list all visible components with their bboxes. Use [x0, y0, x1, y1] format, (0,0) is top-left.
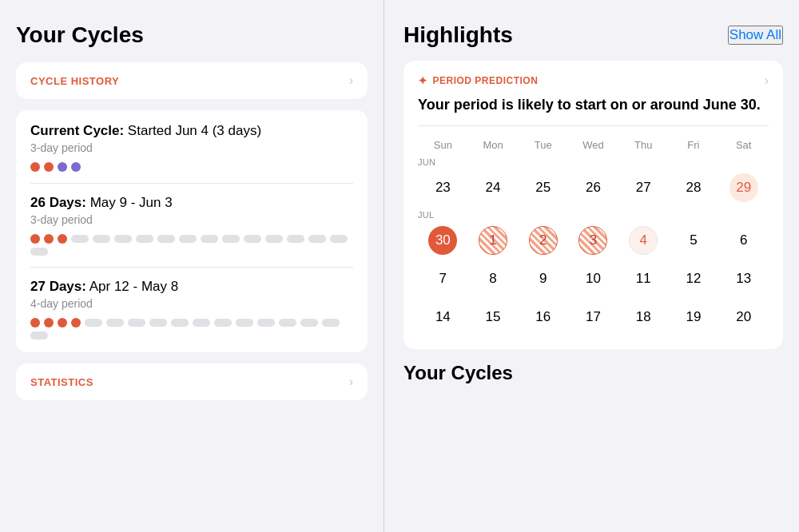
cal-cell-6[interactable]: 6 — [718, 221, 769, 260]
cal-cell-24[interactable]: 24 — [468, 169, 519, 207]
cal-month-jul: JUL — [418, 207, 769, 221]
cal-cell-9[interactable]: 9 — [518, 260, 568, 298]
cal-cell-27[interactable]: 27 — [618, 169, 669, 207]
cal-cell-16[interactable]: 16 — [518, 298, 568, 336]
cal-cell-1[interactable]: 1 — [468, 221, 519, 260]
cal-header-mon: Mon — [468, 136, 519, 154]
cycle-entry-2: 26 Days: May 9 - Jun 3 3-day period — [30, 195, 353, 268]
bottom-your-cycles: Your Cycles — [403, 362, 783, 384]
cycle-dots-1 — [30, 162, 353, 172]
right-header: Highlights Show All — [403, 22, 783, 48]
cal-cell-23[interactable]: 23 — [418, 169, 468, 207]
cycle-dots-3 — [30, 318, 353, 339]
cycle-entry-1: Current Cycle: Started Jun 4 (3 days) 3-… — [30, 123, 353, 184]
cal-cell-14[interactable]: 14 — [418, 298, 468, 336]
pill-3g — [214, 319, 232, 327]
cal-header-thu: Thu — [618, 136, 669, 154]
dot-red-3b — [44, 318, 54, 328]
pill-2n — [30, 248, 48, 256]
statistics-label: STATISTICS — [30, 376, 93, 388]
pill-2f — [179, 235, 197, 243]
pill-2d — [136, 235, 153, 243]
cal-cell-17[interactable]: 17 — [568, 298, 618, 336]
dot-red-3d — [71, 318, 81, 328]
cal-cell-25[interactable]: 25 — [518, 169, 568, 207]
cal-cell-11[interactable]: 11 — [618, 260, 669, 298]
pill-2h — [222, 235, 240, 243]
period-prediction-label: ✦ PERIOD PREDICTION — [418, 74, 538, 87]
pill-2j — [265, 235, 283, 243]
cal-cell-30[interactable]: 30 — [418, 221, 468, 260]
cycle-dots-2 — [30, 234, 353, 256]
dot-purple-1b — [71, 162, 81, 172]
prediction-text: Your period is likely to start on or aro… — [418, 96, 769, 114]
pill-3a — [85, 319, 102, 327]
dot-red-3c — [58, 318, 67, 328]
period-prediction-chevron: › — [765, 73, 769, 88]
cycle-title-2: 26 Days: May 9 - Jun 3 — [30, 195, 353, 211]
pill-2e — [157, 235, 175, 243]
cal-cell-15[interactable]: 15 — [468, 298, 519, 336]
right-panel: Highlights Show All ✦ PERIOD PREDICTION … — [384, 0, 799, 532]
highlight-card-header: ✦ PERIOD PREDICTION › — [418, 73, 769, 88]
cycle-history-chevron: › — [349, 73, 353, 88]
left-title: Your Cycles — [16, 22, 368, 48]
highlights-title: Highlights — [403, 22, 513, 48]
cycle-history-header[interactable]: CYCLE HISTORY › — [16, 62, 368, 99]
cal-cell-28[interactable]: 28 — [669, 169, 719, 207]
cal-cell-7[interactable]: 7 — [418, 260, 468, 298]
pill-2a — [71, 235, 89, 243]
cycle-history-label: CYCLE HISTORY — [30, 75, 119, 87]
dot-red-1a — [30, 162, 40, 172]
cal-cell-10[interactable]: 10 — [568, 260, 618, 298]
pill-2l — [308, 235, 326, 243]
pill-3j — [279, 319, 296, 327]
pill-3d — [149, 319, 167, 327]
cal-cell-3[interactable]: 3 — [568, 221, 618, 260]
cal-cell-4[interactable]: 4 — [618, 221, 669, 260]
cal-cell-18[interactable]: 18 — [618, 298, 669, 336]
show-all-button[interactable]: Show All — [728, 26, 783, 45]
cal-cell-26[interactable]: 26 — [568, 169, 618, 207]
dot-red-2b — [44, 234, 54, 244]
pill-3c — [128, 319, 145, 327]
cycles-card: Current Cycle: Started Jun 4 (3 days) 3-… — [16, 110, 368, 352]
statistics-header[interactable]: STATISTICS › — [16, 363, 368, 400]
pill-2g — [201, 235, 218, 243]
highlight-card: ✦ PERIOD PREDICTION › Your period is lik… — [403, 61, 783, 349]
cal-cell-5[interactable]: 5 — [669, 221, 719, 260]
cal-cell-29[interactable]: 29 — [718, 169, 769, 207]
calendar-grid: Sun Mon Tue Wed Thu Fri Sat JUN 23 24 25… — [418, 136, 769, 336]
cal-header-sat: Sat — [718, 136, 769, 154]
pill-3e — [171, 319, 189, 327]
cal-cell-12[interactable]: 12 — [669, 260, 719, 298]
dot-red-1b — [44, 162, 54, 172]
cal-month-jun: JUN — [418, 154, 769, 169]
cal-header-sun: Sun — [418, 136, 468, 154]
pill-2i — [244, 235, 261, 243]
pill-3l — [322, 319, 340, 327]
cal-cell-13[interactable]: 13 — [718, 260, 769, 298]
cal-header-fri: Fri — [669, 136, 719, 154]
pill-2k — [287, 235, 304, 243]
pill-3m — [30, 332, 48, 339]
cycle-title-3: 27 Days: Apr 12 - May 8 — [30, 279, 353, 295]
dot-red-3a — [30, 318, 40, 328]
dot-red-2a — [30, 234, 40, 244]
left-panel: Your Cycles CYCLE HISTORY › Current Cycl… — [0, 0, 384, 532]
cal-header-wed: Wed — [568, 136, 618, 154]
pill-2c — [114, 235, 132, 243]
cal-cell-19[interactable]: 19 — [669, 298, 719, 336]
cal-cell-8[interactable]: 8 — [468, 260, 519, 298]
pill-3f — [193, 319, 210, 327]
cal-header-tue: Tue — [518, 136, 568, 154]
cal-cell-20[interactable]: 20 — [718, 298, 769, 336]
cycle-sub-1: 3-day period — [30, 141, 353, 154]
pill-3b — [106, 319, 124, 327]
dot-red-2c — [58, 234, 67, 244]
statistics-chevron: › — [349, 375, 353, 389]
cal-cell-2[interactable]: 2 — [518, 221, 568, 260]
cycle-sub-2: 3-day period — [30, 213, 353, 226]
dot-purple-1a — [58, 162, 67, 172]
cycle-sub-3: 4-day period — [30, 297, 353, 310]
